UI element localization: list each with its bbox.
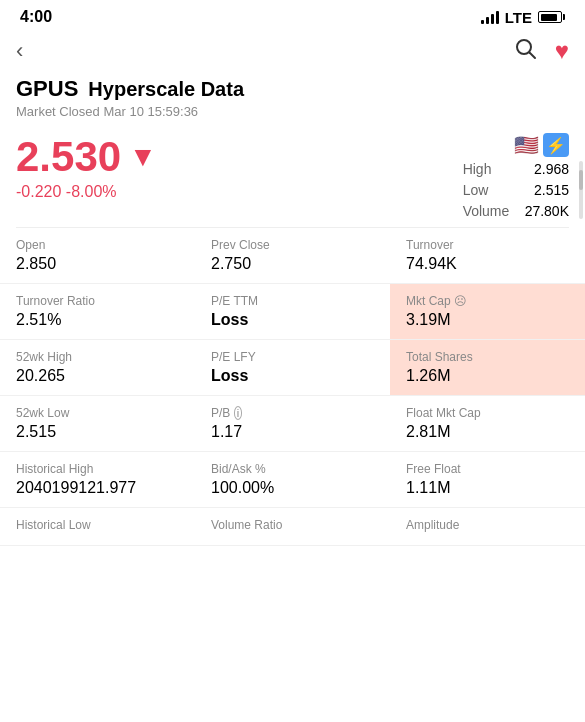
stat-cell: Mkt Cap ☹3.19M [390, 284, 585, 340]
stat-label: Mkt Cap ☹ [406, 294, 569, 308]
high-label: High [463, 161, 513, 177]
price-value: 2.530 [16, 133, 121, 181]
stat-cell: Bid/Ask %100.00% [195, 452, 390, 508]
stat-value: 1.11M [406, 479, 569, 497]
back-button[interactable]: ‹ [16, 38, 23, 64]
stat-cell: Open2.850 [0, 228, 195, 284]
stat-cell: Turnover74.94K [390, 228, 585, 284]
price-change: -0.220 -8.00% [16, 183, 157, 201]
stat-cell: Prev Close2.750 [195, 228, 390, 284]
high-value: 2.968 [534, 161, 569, 177]
stock-title-row: GPUS Hyperscale Data [16, 76, 569, 102]
volume-value: 27.80K [525, 203, 569, 219]
stat-cell: P/B i1.17 [195, 396, 390, 452]
signal-bars [481, 10, 499, 24]
stat-label: Free Float [406, 462, 569, 476]
nav-right-icons: ♥ [513, 36, 569, 66]
lte-label: LTE [505, 9, 532, 26]
stat-cell: Volume Ratio [195, 508, 390, 546]
stat-label: Float Mkt Cap [406, 406, 569, 420]
stat-label: P/E TTM [211, 294, 374, 308]
stat-label: Amplitude [406, 518, 569, 532]
low-row: Low 2.515 [463, 182, 569, 198]
stat-cell: P/E LFYLoss [195, 340, 390, 396]
stat-label: Turnover Ratio [16, 294, 179, 308]
search-button[interactable] [513, 36, 537, 66]
stat-value: 2.51% [16, 311, 179, 329]
stat-value: 100.00% [211, 479, 374, 497]
price-arrow: ▼ [129, 141, 157, 173]
stat-label: Historical Low [16, 518, 179, 532]
stats-grid: Open2.850Prev Close2.750Turnover74.94KTu… [0, 228, 585, 546]
stat-label: Volume Ratio [211, 518, 374, 532]
stat-label: 52wk High [16, 350, 179, 364]
stat-value: 2.750 [211, 255, 374, 273]
stat-value: 20.265 [16, 367, 179, 385]
low-value: 2.515 [534, 182, 569, 198]
low-label: Low [463, 182, 513, 198]
stat-cell: Total Shares1.26M [390, 340, 585, 396]
stat-label: Turnover [406, 238, 569, 252]
status-time: 4:00 [20, 8, 52, 26]
status-bar: 4:00 LTE [0, 0, 585, 30]
flag-area: 🇺🇸 ⚡ [514, 133, 569, 157]
stat-cell: Turnover Ratio2.51% [0, 284, 195, 340]
stat-value: 1.17 [211, 423, 374, 441]
stat-cell: Free Float1.11M [390, 452, 585, 508]
stat-value: 2.850 [16, 255, 179, 273]
stat-value: 74.94K [406, 255, 569, 273]
price-section: 2.530 ▼ -0.220 -8.00% [16, 133, 157, 201]
favorite-button[interactable]: ♥ [555, 37, 569, 65]
stat-label: Open [16, 238, 179, 252]
stat-cell: 52wk High20.265 [0, 340, 195, 396]
stat-cell: 52wk Low2.515 [0, 396, 195, 452]
stock-header: GPUS Hyperscale Data Market Closed Mar 1… [0, 76, 585, 125]
volume-label: Volume [463, 203, 513, 219]
stat-cell: Amplitude [390, 508, 585, 546]
volume-row: Volume 27.80K [463, 203, 569, 219]
battery-icon [538, 11, 565, 23]
status-right: LTE [481, 9, 565, 26]
stat-cell: Float Mkt Cap2.81M [390, 396, 585, 452]
hlv-section: 🇺🇸 ⚡ High 2.968 Low 2.515 Volume 27.80K [463, 133, 569, 219]
stat-value: 2040199121.977 [16, 479, 179, 497]
stat-value: 2.81M [406, 423, 569, 441]
scrollbar-track [579, 161, 583, 219]
high-row: High 2.968 [463, 161, 569, 177]
scrollbar-thumb [579, 170, 583, 190]
stat-label: Historical High [16, 462, 179, 476]
hlv-table: High 2.968 Low 2.515 Volume 27.80K [463, 161, 569, 219]
nav-bar: ‹ ♥ [0, 30, 585, 76]
stat-label: Bid/Ask % [211, 462, 374, 476]
us-flag: 🇺🇸 [514, 133, 539, 157]
stat-value: 3.19M [406, 311, 569, 329]
stat-label: 52wk Low [16, 406, 179, 420]
price-main: 2.530 ▼ [16, 133, 157, 181]
lightning-icon: ⚡ [543, 133, 569, 157]
market-status: Market Closed Mar 10 15:59:36 [16, 104, 569, 119]
stat-cell: Historical High2040199121.977 [0, 452, 195, 508]
stat-value: Loss [211, 311, 374, 329]
stat-cell: Historical Low [0, 508, 195, 546]
stat-label: Prev Close [211, 238, 374, 252]
stat-value: Loss [211, 367, 374, 385]
company-name: Hyperscale Data [88, 78, 244, 101]
stat-label: Total Shares [406, 350, 569, 364]
ticker-symbol: GPUS [16, 76, 78, 102]
stat-label: P/B i [211, 406, 374, 420]
stat-label: P/E LFY [211, 350, 374, 364]
stat-value: 2.515 [16, 423, 179, 441]
stat-value: 1.26M [406, 367, 569, 385]
stat-cell: P/E TTMLoss [195, 284, 390, 340]
svg-line-1 [529, 53, 535, 59]
